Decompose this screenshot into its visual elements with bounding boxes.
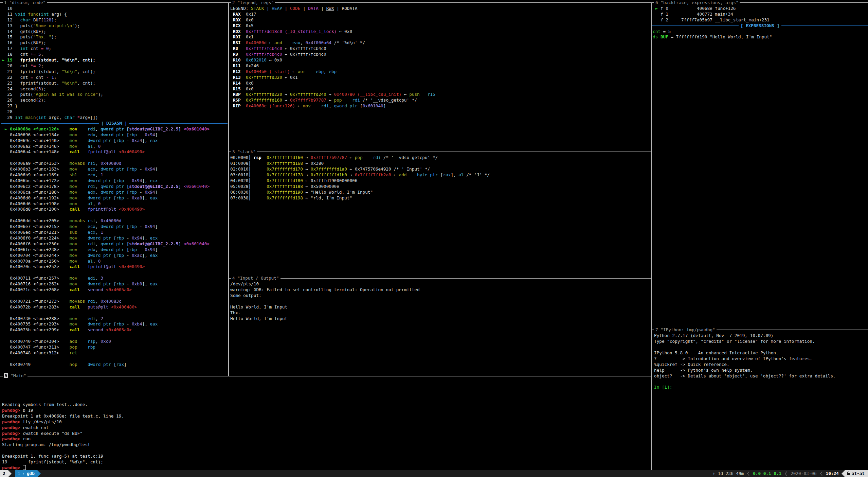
term-line-disasm_code: 16 puts(BUF);: [2, 40, 46, 46]
term-line-legend_regs: RDI 0x1: [230, 34, 254, 40]
term-line-legend_regs: R11 0x246: [230, 63, 259, 69]
uptime-value: 1d 23h 49m: [718, 471, 744, 476]
term-line-disasm_code: 22 cnt = cnt - 1;: [2, 75, 56, 81]
term-line-legend_regs: R14 0x0: [230, 81, 254, 86]
window-name: gdb: [27, 471, 35, 477]
pane-title-label: 2 "legend, regs": [232, 0, 274, 5]
term-line-backtrace: f 1 400772 main+34: [653, 12, 733, 17]
term-line-stack: 06:0030│ 0x7fffffffd190 ← "Hello World, …: [230, 190, 373, 195]
term-line-disasm_code: 0x400716 <func+262> mov dword ptr [rbp -…: [2, 281, 158, 287]
terminal-cursor[interactable]: [23, 465, 26, 470]
term-line-disasm_code: 26 second(2);: [2, 98, 46, 103]
terminal-text-layer: 10 11 void func(int arg) { 12 char BUF[1…: [0, 0, 868, 477]
term-line-disasm_code: 0x40070a <func+250> mov al, 0: [2, 259, 101, 264]
term-line-disasm_code: 0x40070c <func+252> call fprintf@plt <0x…: [2, 264, 145, 270]
pane-title-stack: 3 "stack": [231, 149, 257, 155]
term-line-disasm_code: 15 puts("Thx. ");: [2, 34, 56, 40]
term-line-disasm_code: 0x400730 <func+288> mov edi, 2: [2, 316, 103, 322]
term-line-disasm_code: 0x4006ca <func+186> mov edx, dword ptr […: [2, 190, 158, 195]
term-line-ipython: ? -> Introduction and overview of IPytho…: [654, 356, 812, 362]
pane-title-label: "Main": [8, 373, 26, 378]
term-line-stack: 07:0038│ 0x7fffffffd198 ← "rld, I'm Inpu…: [230, 195, 352, 201]
term-line-disasm_code: 13 puts("Some output:\n");: [2, 23, 80, 29]
status-time: 10:24: [823, 471, 842, 477]
term-line-stack: 04:0020│ 0x7fffffffd180 ← 0xffffd1900000…: [230, 178, 357, 184]
term-line-ipython: In [1]:: [654, 385, 672, 390]
term-line-main: pwndbg> cwatch cnt: [2, 425, 49, 431]
term-line-io: /dev/pts/10: [230, 281, 259, 287]
tmux-status-bar: 2 1 › gdb ↑ 1d 23h 49m 0.0 0.1 0.1 2020-…: [0, 470, 868, 477]
term-line-disasm_code: 21 fprintf(stdout, "%d\n", cnt);: [2, 69, 95, 75]
term-line-disasm_code: 0x4006d8 <func+200> call fprintf@plt <0x…: [2, 207, 145, 212]
pane-title-label: 1 "disasm, code": [4, 0, 46, 5]
term-line-ipython: %quickref -> Quick reference.: [654, 362, 729, 368]
term-line-stack: 05:0028│ 0x7fffffffd188 ← 0x50000000e: [230, 184, 339, 190]
term-line-ipython: object? -> Details about 'object', use '…: [654, 373, 836, 379]
term-line-legend_regs: RSI 0x40080d ← and eax, 0x4f000a64 /* '%…: [230, 40, 365, 46]
term-line-disasm_code: 0x4006d6 <func+198> mov al, 0: [2, 201, 101, 207]
status-date: 2020-03-06: [788, 471, 819, 477]
term-line-main: 19 fprintf(stdout, "%d\n", cnt);: [2, 459, 103, 465]
term-line-disasm_code: 27 }: [2, 103, 18, 109]
term-line-backtrace: f 2 7ffff7a05b97 __libc_start_main+231: [653, 17, 770, 23]
term-line-disasm_code: 0x400721 <func+273> movabs rdi, 0x40083c: [2, 299, 121, 304]
term-line-disasm_code: 12 char BUF[128];: [2, 17, 56, 23]
term-line-disasm_code: 0x400735 <func+293> mov dword ptr [rbp -…: [2, 321, 158, 327]
pane-title-legend-regs: 2 "legend, regs": [231, 0, 275, 6]
term-line-disasm_code: 0x40069c <func+140> mov dword ptr [rbp -…: [2, 138, 158, 144]
term-line-disasm_code: 24 second(3);: [2, 86, 46, 92]
term-line-disasm_code: 0x4006a2 <func+146> mov al, 0: [2, 144, 101, 149]
term-line-disasm_code: 23 fprintf(stdout, "%d\n", cnt);: [2, 81, 95, 86]
term-line-main: Breakpoint 1, func (arg=5) at test.c:19: [2, 454, 103, 459]
window-tab-gdb[interactable]: 1 › gdb: [15, 470, 37, 477]
term-line-backtrace: ds BUF = 7fffffffd190 "Hello World, I'm …: [653, 34, 772, 40]
pane-title-main: 5 "Main": [3, 373, 28, 379]
term-line-main: Reading symbols from test...done.: [2, 402, 88, 408]
term-line-disasm_code: 0x400696 <func+134> mov edx, dword ptr […: [2, 132, 158, 138]
term-line-main: pwndbg> cwatch execute "ds BUF": [2, 431, 83, 437]
term-line-legend_regs: R15 0x0: [230, 86, 254, 92]
session-name-badge[interactable]: 2: [0, 470, 8, 477]
term-line-legend_regs: LEGEND: STACK | HEAP | CODE | DATA | RWX…: [230, 6, 357, 12]
pane-title-label: 6 "backtrace, expressions, args": [655, 0, 738, 5]
term-line-main: pwndbg> run: [2, 436, 31, 442]
term-line-stack: 03:0018│ 0x7fffffffd178 → 0x7fffffffd1b0…: [230, 172, 490, 178]
hostname-badge: at-at: [845, 470, 868, 477]
term-line-disasm_code: 0x4006d0 <func+192> mov dword ptr [rbp -…: [2, 195, 158, 201]
term-line-stack: 01:0008│ 0x7fffffffd168 ← 0x380: [230, 161, 324, 166]
term-line-legend_regs: R10 0x602010 ← 0x0: [230, 57, 282, 63]
status-right: ↑ 1d 23h 49m 0.0 0.1 0.1 2020-03-06 10:2…: [710, 470, 868, 477]
chevron-left-icon: [785, 471, 787, 476]
term-line-legend_regs: RIP 0x40068e (func+126) ← mov rdi, qword…: [230, 103, 386, 109]
term-line-main: pwndbg> b 19: [2, 408, 33, 413]
term-line-disasm_code: 20 cnt *= 2;: [2, 63, 43, 69]
term-line-ipython: help -> Python's own help system.: [654, 368, 753, 373]
term-line-disasm_code: ► 19 fprintf(stdout, "%d\n", cnt);: [2, 57, 95, 63]
uptime-indicator: ↑ 1d 23h 49m: [710, 471, 747, 477]
term-line-stack: 02:0010│ 0x7fffffffd170 → 0x7fffffffd1a0…: [230, 166, 430, 172]
term-line-legend_regs: RBP 0x7fffffffd220 → 0x7fffffffd240 → 0x…: [230, 92, 435, 98]
load-average: 0.0 0.1 0.1: [750, 471, 784, 477]
window-index: 1: [18, 471, 20, 477]
term-line-io: Thx.: [230, 310, 241, 316]
term-line-io: Hello World, I'm Input: [230, 304, 287, 310]
term-line-legend_regs: RBX 0x0: [230, 17, 254, 23]
term-line-legend_regs: RAX 0x17: [230, 12, 256, 17]
pane-title-disasm-code: 1 "disasm, code": [3, 0, 47, 6]
pane-title-ipython: 7 "IPython: tmp/pwndbg": [654, 327, 717, 333]
term-line-disasm_code: 0x4006a4 <func+148> call fprintf@plt <0x…: [2, 149, 145, 155]
term-line-disasm_code: 0x400748 <func+312> ret: [2, 350, 88, 356]
pane-title-label: 7 "IPython: tmp/pwndbg": [655, 327, 715, 332]
term-line-ipython: Type "copyright", "credits" or "license"…: [654, 339, 815, 344]
term-line-legend_regs: RDX 0x7ffff7dd18c0 (_IO_stdfile_1_lock) …: [230, 29, 352, 35]
session-name: 2: [3, 471, 5, 477]
term-line-disasm_code: ► 0x40068e <func+126> mov rdi, qword ptr…: [2, 126, 210, 132]
term-line-disasm_code: 0x4006dd <func+205> movabs rsi, 0x40080d: [2, 218, 121, 224]
term-line-legend_regs: R9 0x7ffff7fcb4c0 ← 0x7ffff7fcb4c0: [230, 52, 326, 57]
term-line-io: warning: GDB: Failed to set controlling …: [230, 287, 420, 293]
term-line-legend_regs: RSP 0x7fffffffd160 → 0x7ffff7b97787 ← po…: [230, 98, 417, 103]
powerline-arrow-icon: [8, 470, 12, 477]
term-line-main: pwndbg> tty /dev/pts/10: [2, 419, 62, 425]
lock-icon: [847, 473, 850, 475]
chevron-left-icon: [820, 471, 822, 476]
